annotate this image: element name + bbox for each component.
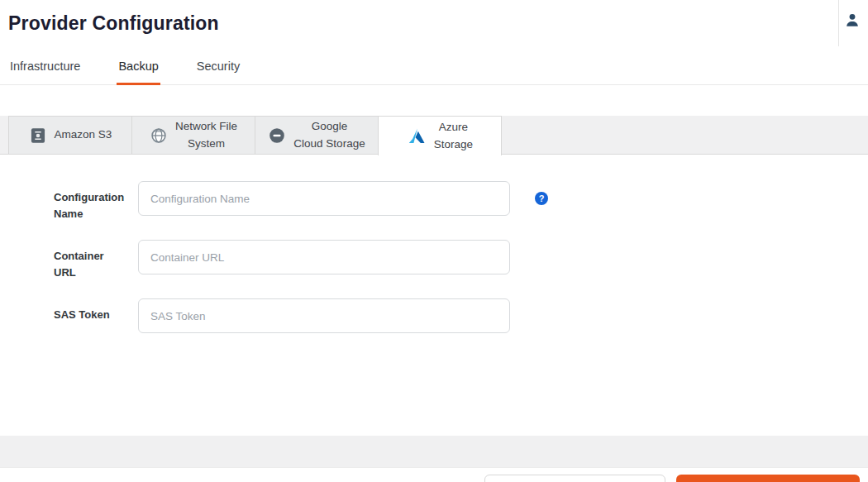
provider-tabs: Amazon S3 Network File System bbox=[0, 116, 868, 155]
google-cloud-storage-icon bbox=[268, 126, 286, 145]
azure-storage-form: Configuration Name ? Container URL SAS T… bbox=[0, 155, 868, 436]
provider-tab-azure-storage[interactable]: Azure Storage bbox=[378, 116, 502, 155]
main-tabs: Infrastructure Backup Security bbox=[0, 47, 868, 85]
form-row-sas-token: SAS Token bbox=[54, 298, 868, 333]
provider-tab-amazon-s3[interactable]: Amazon S3 bbox=[8, 116, 132, 155]
provider-tab-network-file-system[interactable]: Network File System bbox=[131, 116, 255, 155]
header-divider bbox=[838, 0, 839, 46]
tab-infrastructure-label: Infrastructure bbox=[10, 60, 80, 73]
amazon-s3-icon bbox=[29, 126, 47, 145]
container-url-label: Container URL bbox=[54, 240, 128, 280]
tab-security[interactable]: Security bbox=[197, 47, 240, 84]
configuration-name-label: Configuration Name bbox=[54, 181, 128, 222]
user-icon[interactable] bbox=[842, 10, 862, 30]
configuration-name-input[interactable] bbox=[138, 181, 510, 216]
provider-tab-network-file-system-label: Network File System bbox=[175, 118, 237, 153]
network-file-system-icon bbox=[150, 126, 168, 145]
header: Provider Configuration bbox=[0, 0, 868, 47]
provider-tab-azure-storage-label: Azure Storage bbox=[434, 119, 473, 154]
provider-tab-google-cloud-storage[interactable]: Google Cloud Storage bbox=[255, 116, 379, 155]
help-icon[interactable]: ? bbox=[535, 192, 548, 205]
tab-security-label: Security bbox=[197, 60, 240, 73]
provider-configuration-page: Provider Configuration Infrastructure Ba… bbox=[0, 0, 868, 482]
action-bar: Cancel Save bbox=[0, 467, 868, 482]
backup-content: Amazon S3 Network File System bbox=[0, 116, 868, 482]
azure-storage-icon bbox=[407, 126, 427, 146]
container-url-input[interactable] bbox=[138, 240, 510, 274]
page-title: Provider Configuration bbox=[8, 12, 219, 35]
sas-token-input[interactable] bbox=[138, 298, 510, 333]
sas-token-label: SAS Token bbox=[54, 298, 128, 323]
form-row-configuration-name: Configuration Name ? bbox=[54, 181, 868, 222]
form-row-container-url: Container URL bbox=[54, 240, 868, 280]
cancel-button[interactable]: Cancel bbox=[484, 475, 665, 482]
tab-backup[interactable]: Backup bbox=[118, 47, 158, 84]
provider-tab-amazon-s3-label: Amazon S3 bbox=[55, 126, 112, 144]
tab-backup-label: Backup bbox=[118, 60, 158, 73]
save-button[interactable]: Save bbox=[676, 475, 860, 482]
tab-infrastructure[interactable]: Infrastructure bbox=[10, 47, 80, 84]
provider-tab-google-cloud-storage-label: Google Cloud Storage bbox=[293, 118, 365, 153]
